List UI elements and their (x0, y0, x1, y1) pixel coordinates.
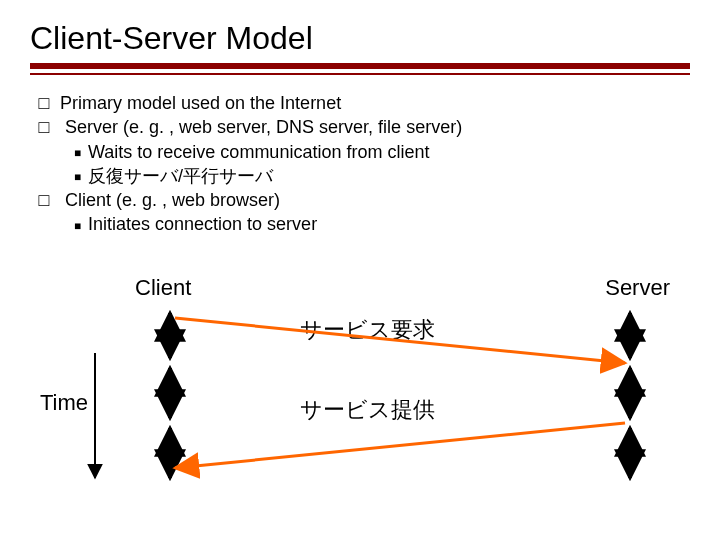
bullet-text: Server (e. g. , web server, DNS server, … (65, 117, 462, 137)
bullet-item: Server (e. g. , web server, DNS server, … (60, 115, 690, 188)
sequence-diagram: Client Server Time サービス要求 サービス提供 (40, 275, 690, 495)
sub-bullet-list: Waits to receive communication from clie… (60, 140, 690, 189)
server-label: Server (605, 275, 670, 301)
response-arrow (175, 423, 625, 468)
sub-bullet-item: Waits to receive communication from clie… (88, 140, 690, 164)
slide-title: Client-Server Model (30, 20, 690, 57)
title-rule-thick (30, 63, 690, 69)
bullet-item: Primary model used on the Internet (60, 91, 690, 115)
request-arrow (175, 318, 625, 363)
bullet-text: Client (e. g. , web browser) (65, 190, 280, 210)
slide: Client-Server Model Primary model used o… (0, 0, 720, 540)
timeline-svg (40, 303, 690, 493)
client-label: Client (135, 275, 191, 301)
sub-bullet-list: Initiates connection to server (60, 212, 690, 236)
title-rule-thin (30, 73, 690, 75)
sub-bullet-item: 反復サーバ/平行サーバ (88, 164, 690, 188)
bullet-item: Client (e. g. , web browser) Initiates c… (60, 188, 690, 237)
sub-bullet-item: Initiates connection to server (88, 212, 690, 236)
bullet-list: Primary model used on the Internet Serve… (30, 91, 690, 237)
